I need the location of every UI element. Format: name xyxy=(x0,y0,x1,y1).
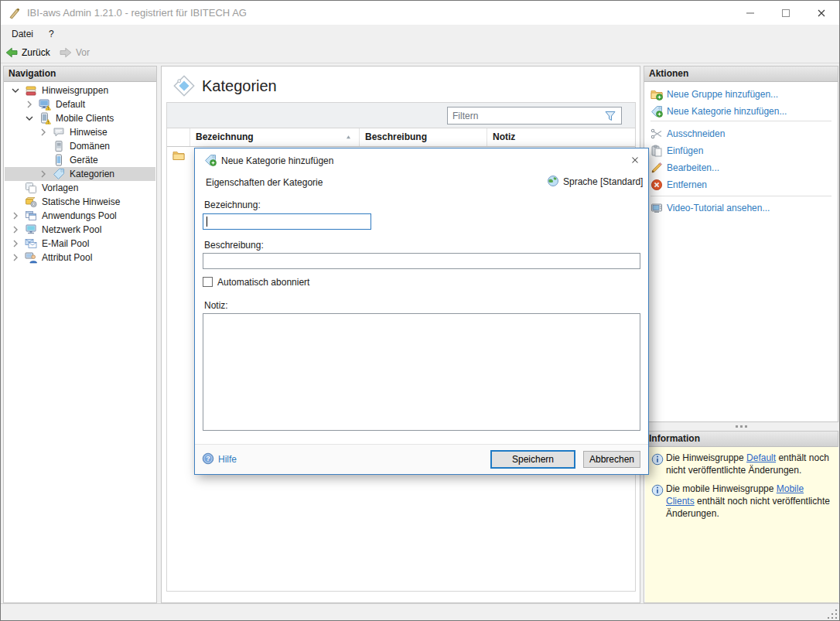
notiz-label: Notiz: xyxy=(204,300,228,311)
forward-button[interactable]: Vor xyxy=(60,45,90,60)
close-button[interactable] xyxy=(804,1,838,25)
action-label: Neue Gruppe hinzufügen... xyxy=(667,86,778,103)
column-header-icon[interactable] xyxy=(167,128,190,146)
maximize-button[interactable] xyxy=(769,1,803,25)
chevron-right-icon[interactable] xyxy=(9,210,22,222)
forward-label: Vor xyxy=(76,47,90,58)
info-icon xyxy=(651,484,664,496)
save-button[interactable]: Speichern xyxy=(490,450,575,469)
panel-splitter[interactable] xyxy=(644,422,838,431)
chevron-right-icon[interactable] xyxy=(9,223,22,236)
action-einfuegen[interactable]: Einfügen xyxy=(644,142,838,159)
email-pool-icon xyxy=(25,237,37,250)
action-entfernen[interactable]: Entfernen xyxy=(644,176,838,193)
tree-item-statische-hinweise[interactable]: Statische Hinweise xyxy=(5,195,155,209)
column-label: Notiz xyxy=(493,131,515,142)
action-bearbeiten[interactable]: Bearbeiten... xyxy=(644,159,838,176)
minimize-icon xyxy=(744,7,756,19)
bezeichnung-input[interactable] xyxy=(203,213,371,230)
folder-plus-icon xyxy=(650,88,663,101)
tag-plus-icon xyxy=(650,105,663,118)
action-video-tutorial[interactable]: Video-Tutorial ansehen... xyxy=(644,200,838,217)
minimize-button[interactable] xyxy=(733,1,767,25)
speech-bubble-icon xyxy=(53,126,65,138)
menu-item-datei[interactable]: Datei xyxy=(9,27,36,41)
list-toolbar xyxy=(167,103,635,128)
action-label: Video-Tutorial ansehen... xyxy=(667,200,770,217)
tree-item-attribut-pool[interactable]: Attribut Pool xyxy=(5,251,155,264)
tree-item-mobile-clients[interactable]: Mobile Clients xyxy=(5,111,155,125)
column-header-bezeichnung[interactable]: Bezeichnung xyxy=(190,128,359,146)
back-button[interactable]: Zurück xyxy=(5,45,50,60)
chevron-right-icon[interactable] xyxy=(9,251,22,264)
chevron-right-icon[interactable] xyxy=(37,168,50,180)
tree-item-geraete[interactable]: Geräte xyxy=(5,153,155,167)
action-label: Neue Kategorie hinzufügen... xyxy=(667,103,787,120)
tree-item-anwendungs-pool[interactable]: Anwendungs Pool xyxy=(5,209,155,223)
page-title: Kategorien xyxy=(202,77,277,95)
monitor-warning-icon xyxy=(39,98,51,111)
dialog-close-button[interactable] xyxy=(625,151,645,169)
bezeichnung-label: Bezeichnung: xyxy=(204,200,261,210)
tv-icon xyxy=(650,202,663,214)
info-text: Die Hinweisgruppe Default enthält noch n… xyxy=(666,452,831,476)
chevron-right-icon[interactable] xyxy=(37,126,50,138)
notiz-textarea[interactable] xyxy=(203,313,640,431)
action-neue-kategorie[interactable]: Neue Kategorie hinzufügen... xyxy=(644,103,838,120)
tree-item-label: Hinweise xyxy=(70,125,108,139)
info-text-prefix: Die mobile Hinweisgruppe xyxy=(666,483,777,494)
action-ausschneiden[interactable]: Ausschneiden xyxy=(644,125,838,142)
close-icon xyxy=(630,154,640,166)
language-selector[interactable]: Sprache [Standard] xyxy=(547,175,644,190)
tree-item-label: Netzwerk Pool xyxy=(42,223,101,237)
tree-item-kategorien[interactable]: Kategorien xyxy=(5,167,155,181)
help-icon xyxy=(202,452,214,465)
chevron-right-icon[interactable] xyxy=(23,98,36,111)
action-label: Bearbeiten... xyxy=(667,159,719,176)
tree-item-hinweisgruppen[interactable]: Hinweisgruppen xyxy=(5,84,155,97)
information-header: Information xyxy=(644,432,838,447)
tree-item-domaenen[interactable]: Domänen xyxy=(5,139,155,153)
info-icon xyxy=(651,453,664,466)
resize-grip-icon[interactable] xyxy=(828,609,837,619)
chevron-down-icon[interactable] xyxy=(23,112,36,125)
close-icon xyxy=(815,7,828,19)
automatisch-abonniert-checkbox[interactable] xyxy=(203,277,213,287)
status-bar xyxy=(1,603,839,621)
beschreibung-input[interactable] xyxy=(203,253,640,269)
tree-item-label: E-Mail Pool xyxy=(42,237,89,251)
attribute-pool-icon xyxy=(25,251,37,264)
chevron-down-icon[interactable] xyxy=(9,84,22,97)
dialog-section-label: Eigenschaften der Kategorie xyxy=(206,177,323,188)
static-notice-icon xyxy=(25,196,37,208)
tree-item-vorlagen[interactable]: Vorlagen xyxy=(5,181,155,195)
menu-item-help[interactable]: ? xyxy=(46,27,57,41)
column-label: Bezeichnung xyxy=(196,131,254,142)
scissors-icon xyxy=(650,128,663,140)
title-bar: IBI-aws Admin 1.21.0 - registriert für I… xyxy=(1,1,839,25)
chevron-right-icon[interactable] xyxy=(9,237,22,250)
tree-item-hinweise[interactable]: Hinweise xyxy=(5,125,155,139)
tree-item-netzwerk-pool[interactable]: Netzwerk Pool xyxy=(5,223,155,237)
help-label: Hilfe xyxy=(218,454,237,465)
tree-item-email-pool[interactable]: E-Mail Pool xyxy=(5,237,155,251)
mobile-phone-icon xyxy=(53,154,65,166)
filter-icon[interactable] xyxy=(604,110,616,122)
cancel-button[interactable]: Abbrechen xyxy=(583,451,640,468)
column-header-beschreibung[interactable]: Beschreibung xyxy=(359,128,487,146)
navigation-panel: Navigation Hinweisgruppen Default Mobile… xyxy=(3,66,157,603)
window-title: IBI-aws Admin 1.21.0 - registriert für I… xyxy=(27,1,247,25)
info-link-default[interactable]: Default xyxy=(746,452,776,463)
action-neue-gruppe[interactable]: Neue Gruppe hinzufügen... xyxy=(644,86,838,103)
sort-ascending-icon xyxy=(345,134,352,141)
column-header-notiz[interactable]: Notiz xyxy=(487,128,635,146)
tree-item-label: Mobile Clients xyxy=(56,111,114,125)
action-label: Einfügen xyxy=(667,142,703,159)
tree-item-label: Geräte xyxy=(70,153,98,167)
notice-groups-icon xyxy=(25,84,37,97)
back-arrow-icon xyxy=(5,46,18,59)
tree-item-label: Attribut Pool xyxy=(42,251,92,264)
filter-input[interactable] xyxy=(447,107,622,125)
tree-item-default[interactable]: Default xyxy=(5,97,155,111)
action-label: Entfernen xyxy=(667,176,707,193)
